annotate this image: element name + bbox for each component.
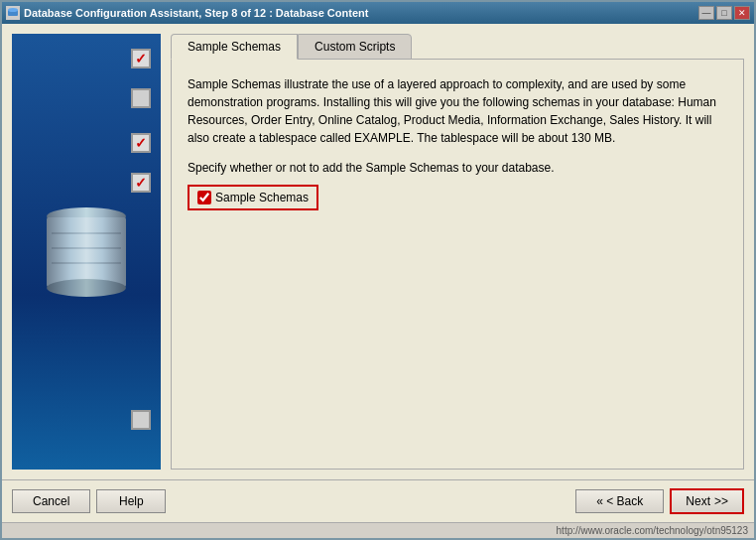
tab-custom-scripts[interactable]: Custom Scripts (298, 34, 412, 60)
maximize-button[interactable]: □ (716, 6, 732, 20)
sample-schemas-checkbox[interactable] (197, 191, 211, 204)
tab-sample-schemas[interactable]: Sample Schemas (171, 34, 298, 60)
status-bar: http://www.oracle.com/technology/otn9512… (2, 522, 754, 538)
title-bar-left: Database Configuration Assistant, Step 8… (6, 6, 368, 20)
svg-point-1 (8, 8, 18, 12)
minimize-button[interactable]: — (698, 6, 714, 20)
close-button[interactable]: ✕ (734, 6, 750, 20)
tab-content: Sample Schemas illustrate the use of a l… (171, 59, 744, 470)
tabs: Sample Schemas Custom Scripts (171, 34, 744, 60)
back-label: < Back (606, 494, 643, 508)
step-indicator-5 (131, 410, 151, 430)
cancel-button[interactable]: Cancel (12, 489, 90, 513)
content-area: Sample Schemas Custom Scripts Sample Sch… (2, 24, 754, 479)
description-text: Sample Schemas illustrate the use of a l… (188, 75, 727, 147)
right-panel: Sample Schemas Custom Scripts Sample Sch… (171, 34, 744, 470)
back-icon: « (596, 494, 603, 508)
next-button[interactable]: Next >> (670, 488, 744, 514)
database-illustration (47, 207, 126, 297)
bottom-left-buttons: Cancel Help (12, 489, 166, 513)
next-icon: >> (714, 494, 728, 508)
db-bottom (47, 279, 126, 297)
specify-text: Specify whether or not to add the Sample… (188, 161, 727, 175)
step-indicator-2 (131, 88, 151, 108)
sample-schemas-label: Sample Schemas (215, 191, 309, 204)
step-indicator-3 (131, 133, 151, 153)
sample-schemas-checkbox-row: Sample Schemas (188, 185, 318, 210)
next-label: Next (686, 494, 710, 508)
main-window: Database Configuration Assistant, Step 8… (0, 0, 756, 540)
step-indicator-1 (131, 49, 151, 68)
left-panel (12, 34, 161, 470)
app-icon (6, 6, 20, 20)
step-indicator-4 (131, 173, 151, 193)
status-text: http://www.oracle.com/technology/otn9512… (557, 525, 748, 536)
window-title: Database Configuration Assistant, Step 8… (24, 7, 368, 19)
help-button[interactable]: Help (96, 489, 166, 513)
title-buttons: — □ ✕ (698, 6, 750, 20)
bottom-bar: Cancel Help « < Back Next >> (2, 479, 754, 522)
db-body (47, 217, 126, 287)
title-bar: Database Configuration Assistant, Step 8… (2, 2, 754, 24)
back-button[interactable]: « < Back (575, 489, 664, 513)
bottom-right-buttons: « < Back Next >> (575, 488, 744, 514)
